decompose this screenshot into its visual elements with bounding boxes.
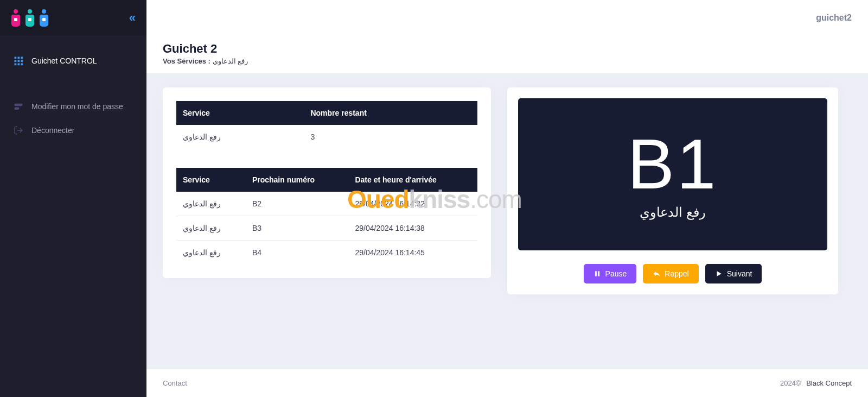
logo-person-icon (11, 9, 21, 27)
reply-icon (653, 270, 660, 278)
svg-rect-10 (15, 108, 20, 110)
current-ticket-display: B1 رفع الدعاوي (518, 98, 827, 250)
logout-icon (14, 125, 23, 135)
svg-rect-7 (18, 64, 20, 66)
cell-service: رفع الدعاوي (176, 192, 246, 216)
cell-service: رفع الدعاوي (176, 216, 246, 241)
th-next: Prochain numéro (246, 168, 349, 192)
main-area: guichet2 Guichet 2 Vos Sérvices : رفع ال… (146, 0, 868, 397)
current-ticket-service: رفع الدعاوي (640, 205, 706, 220)
footer-brand-link[interactable]: Black Concept (806, 379, 852, 387)
summary-table: Service Nombre restant رفع الدعاوي 3 (176, 101, 477, 149)
th-remaining: Nombre restant (304, 101, 477, 125)
pause-icon (593, 270, 601, 278)
cell-next: B3 (246, 216, 349, 241)
svg-rect-5 (21, 60, 23, 62)
sidebar-item-label: Guichet CONTROL (31, 56, 97, 65)
svg-rect-0 (15, 57, 17, 59)
svg-rect-12 (595, 271, 597, 276)
cell-next: B2 (246, 192, 349, 216)
th-service: Service (176, 101, 304, 125)
queue-table: Service Prochain numéro Date et heure d'… (176, 168, 477, 264)
svg-rect-6 (15, 64, 17, 66)
current-ticket-number: B1 (627, 129, 718, 199)
sidebar-item-label: Déconnecter (31, 126, 74, 135)
action-row: Pause Rappel Suivant (518, 264, 827, 283)
svg-rect-8 (21, 64, 23, 66)
play-icon (715, 270, 723, 278)
button-label: Pause (605, 269, 627, 278)
sidebar: « Guichet CONTROL Modifier mon mot de pa… (0, 0, 146, 397)
table-row: رفع الدعاوي B3 29/04/2024 16:14:38 (176, 216, 477, 241)
table-row: رفع الدعاوي B4 29/04/2024 16:14:45 (176, 241, 477, 265)
svg-rect-1 (18, 57, 20, 59)
rappel-button[interactable]: Rappel (643, 264, 698, 283)
pause-button[interactable]: Pause (584, 264, 637, 283)
cell-arrival: 29/04/2024 16:14:45 (348, 241, 477, 265)
footer: Contact 2024© Black Concept (146, 369, 868, 397)
sidebar-item-label: Modifier mon mot de passe (31, 102, 123, 111)
content: Service Nombre restant رفع الدعاوي 3 Ser… (146, 74, 868, 369)
svg-rect-3 (15, 60, 17, 62)
subheader: Guichet 2 Vos Sérvices : رفع الدعاوي (146, 35, 868, 74)
queue-card: Service Nombre restant رفع الدعاوي 3 Ser… (163, 87, 491, 278)
cell-next: B4 (246, 241, 349, 265)
button-label: Suivant (727, 269, 752, 278)
sidebar-collapse-button[interactable]: « (129, 11, 136, 25)
button-label: Rappel (665, 269, 688, 278)
suivant-button[interactable]: Suivant (705, 264, 762, 283)
logo-person-icon (25, 9, 35, 27)
svg-rect-9 (15, 104, 23, 106)
logo-person-icon (39, 9, 49, 27)
cell-arrival: 29/04/2024 16:14:32 (348, 192, 477, 216)
sidebar-nav: Guichet CONTROL Modifier mon mot de pass… (0, 35, 146, 142)
svg-rect-13 (598, 271, 599, 276)
table-row: رفع الدعاوي 3 (176, 125, 477, 149)
th-arrival: Date et heure d'arrivée (348, 168, 477, 192)
footer-contact-link[interactable]: Contact (163, 379, 187, 387)
services-value: رفع الدعاوي (213, 57, 248, 65)
svg-rect-2 (21, 57, 23, 59)
display-card: B1 رفع الدعاوي Pause Rappel Suivant (507, 87, 838, 294)
user-label[interactable]: guichet2 (816, 13, 852, 23)
table-row: رفع الدعاوي B2 29/04/2024 16:14:32 (176, 192, 477, 216)
footer-year: 2024© (780, 379, 801, 387)
svg-marker-14 (717, 271, 721, 276)
sidebar-item-modifier-mdp[interactable]: Modifier mon mot de passe (0, 94, 146, 118)
cell-arrival: 29/04/2024 16:14:38 (348, 216, 477, 241)
sidebar-item-deconnecter[interactable]: Déconnecter (0, 118, 146, 142)
cell-service: رفع الدعاوي (176, 125, 304, 149)
logo[interactable] (11, 9, 49, 27)
page-title: Guichet 2 (163, 42, 852, 56)
toggle-icon (14, 102, 23, 111)
th-service: Service (176, 168, 246, 192)
grid-icon (14, 56, 23, 66)
svg-rect-4 (18, 60, 20, 62)
page-subtitle: Vos Sérvices : رفع الدعاوي (163, 57, 852, 65)
footer-right: 2024© Black Concept (780, 379, 852, 387)
cell-service: رفع الدعاوي (176, 241, 246, 265)
services-label: Vos Sérvices : (163, 57, 210, 65)
sidebar-header: « (0, 0, 146, 35)
sidebar-item-guichet-control[interactable]: Guichet CONTROL (0, 49, 146, 73)
topbar: guichet2 (146, 0, 868, 35)
cell-remaining: 3 (304, 125, 477, 149)
